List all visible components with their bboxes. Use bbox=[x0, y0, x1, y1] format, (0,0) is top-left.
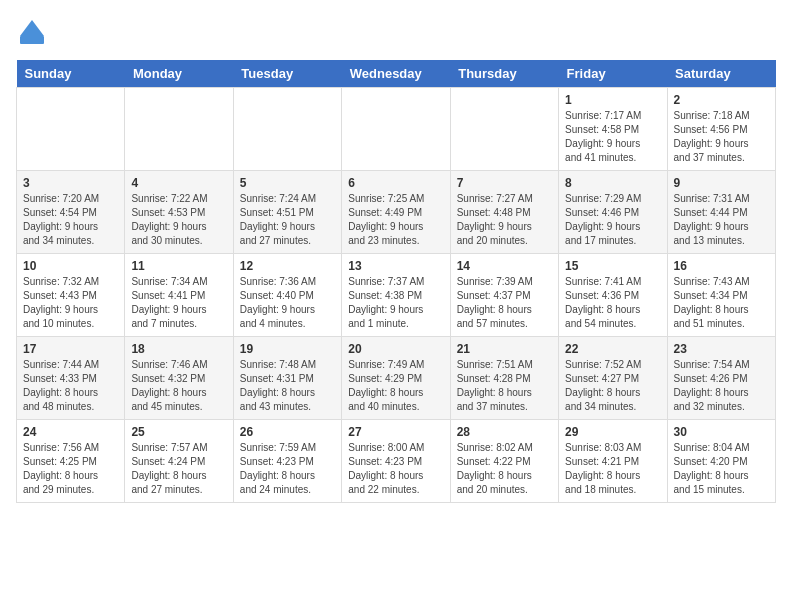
day-info: Sunrise: 7:37 AM Sunset: 4:38 PM Dayligh… bbox=[348, 275, 443, 331]
calendar-cell: 6Sunrise: 7:25 AM Sunset: 4:49 PM Daylig… bbox=[342, 171, 450, 254]
day-number: 28 bbox=[457, 425, 552, 439]
day-number: 12 bbox=[240, 259, 335, 273]
day-number: 25 bbox=[131, 425, 226, 439]
day-number: 29 bbox=[565, 425, 660, 439]
calendar-cell: 15Sunrise: 7:41 AM Sunset: 4:36 PM Dayli… bbox=[559, 254, 667, 337]
calendar-cell: 20Sunrise: 7:49 AM Sunset: 4:29 PM Dayli… bbox=[342, 337, 450, 420]
day-info: Sunrise: 7:48 AM Sunset: 4:31 PM Dayligh… bbox=[240, 358, 335, 414]
day-info: Sunrise: 8:00 AM Sunset: 4:23 PM Dayligh… bbox=[348, 441, 443, 497]
day-info: Sunrise: 7:25 AM Sunset: 4:49 PM Dayligh… bbox=[348, 192, 443, 248]
logo bbox=[16, 16, 52, 48]
day-info: Sunrise: 8:03 AM Sunset: 4:21 PM Dayligh… bbox=[565, 441, 660, 497]
day-info: Sunrise: 7:49 AM Sunset: 4:29 PM Dayligh… bbox=[348, 358, 443, 414]
calendar-cell: 19Sunrise: 7:48 AM Sunset: 4:31 PM Dayli… bbox=[233, 337, 341, 420]
day-number: 14 bbox=[457, 259, 552, 273]
calendar-cell: 10Sunrise: 7:32 AM Sunset: 4:43 PM Dayli… bbox=[17, 254, 125, 337]
calendar-cell: 9Sunrise: 7:31 AM Sunset: 4:44 PM Daylig… bbox=[667, 171, 775, 254]
day-info: Sunrise: 7:36 AM Sunset: 4:40 PM Dayligh… bbox=[240, 275, 335, 331]
day-number: 1 bbox=[565, 93, 660, 107]
day-info: Sunrise: 7:56 AM Sunset: 4:25 PM Dayligh… bbox=[23, 441, 118, 497]
day-number: 2 bbox=[674, 93, 769, 107]
svg-rect-1 bbox=[20, 36, 44, 44]
day-number: 7 bbox=[457, 176, 552, 190]
calendar-cell: 1Sunrise: 7:17 AM Sunset: 4:58 PM Daylig… bbox=[559, 88, 667, 171]
calendar-table: SundayMondayTuesdayWednesdayThursdayFrid… bbox=[16, 60, 776, 503]
calendar-cell: 24Sunrise: 7:56 AM Sunset: 4:25 PM Dayli… bbox=[17, 420, 125, 503]
weekday-header-saturday: Saturday bbox=[667, 60, 775, 88]
calendar-cell: 11Sunrise: 7:34 AM Sunset: 4:41 PM Dayli… bbox=[125, 254, 233, 337]
day-info: Sunrise: 7:41 AM Sunset: 4:36 PM Dayligh… bbox=[565, 275, 660, 331]
day-number: 5 bbox=[240, 176, 335, 190]
day-number: 16 bbox=[674, 259, 769, 273]
day-number: 22 bbox=[565, 342, 660, 356]
logo-icon bbox=[16, 16, 48, 48]
day-info: Sunrise: 7:24 AM Sunset: 4:51 PM Dayligh… bbox=[240, 192, 335, 248]
calendar-body: 1Sunrise: 7:17 AM Sunset: 4:58 PM Daylig… bbox=[17, 88, 776, 503]
page-header bbox=[16, 16, 776, 48]
day-number: 6 bbox=[348, 176, 443, 190]
day-info: Sunrise: 7:39 AM Sunset: 4:37 PM Dayligh… bbox=[457, 275, 552, 331]
calendar-cell: 28Sunrise: 8:02 AM Sunset: 4:22 PM Dayli… bbox=[450, 420, 558, 503]
day-number: 11 bbox=[131, 259, 226, 273]
calendar-cell: 4Sunrise: 7:22 AM Sunset: 4:53 PM Daylig… bbox=[125, 171, 233, 254]
calendar-cell: 7Sunrise: 7:27 AM Sunset: 4:48 PM Daylig… bbox=[450, 171, 558, 254]
day-number: 9 bbox=[674, 176, 769, 190]
day-info: Sunrise: 7:44 AM Sunset: 4:33 PM Dayligh… bbox=[23, 358, 118, 414]
calendar-cell: 13Sunrise: 7:37 AM Sunset: 4:38 PM Dayli… bbox=[342, 254, 450, 337]
day-number: 27 bbox=[348, 425, 443, 439]
day-info: Sunrise: 7:29 AM Sunset: 4:46 PM Dayligh… bbox=[565, 192, 660, 248]
day-number: 18 bbox=[131, 342, 226, 356]
day-info: Sunrise: 7:18 AM Sunset: 4:56 PM Dayligh… bbox=[674, 109, 769, 165]
calendar-cell bbox=[233, 88, 341, 171]
weekday-header-friday: Friday bbox=[559, 60, 667, 88]
day-number: 30 bbox=[674, 425, 769, 439]
calendar-cell: 30Sunrise: 8:04 AM Sunset: 4:20 PM Dayli… bbox=[667, 420, 775, 503]
calendar-cell bbox=[17, 88, 125, 171]
day-info: Sunrise: 7:27 AM Sunset: 4:48 PM Dayligh… bbox=[457, 192, 552, 248]
calendar-cell: 18Sunrise: 7:46 AM Sunset: 4:32 PM Dayli… bbox=[125, 337, 233, 420]
day-number: 13 bbox=[348, 259, 443, 273]
calendar-cell: 22Sunrise: 7:52 AM Sunset: 4:27 PM Dayli… bbox=[559, 337, 667, 420]
day-info: Sunrise: 7:31 AM Sunset: 4:44 PM Dayligh… bbox=[674, 192, 769, 248]
day-info: Sunrise: 7:17 AM Sunset: 4:58 PM Dayligh… bbox=[565, 109, 660, 165]
day-number: 19 bbox=[240, 342, 335, 356]
calendar-cell: 16Sunrise: 7:43 AM Sunset: 4:34 PM Dayli… bbox=[667, 254, 775, 337]
calendar-cell: 5Sunrise: 7:24 AM Sunset: 4:51 PM Daylig… bbox=[233, 171, 341, 254]
day-number: 24 bbox=[23, 425, 118, 439]
weekday-header-thursday: Thursday bbox=[450, 60, 558, 88]
day-info: Sunrise: 8:04 AM Sunset: 4:20 PM Dayligh… bbox=[674, 441, 769, 497]
calendar-cell bbox=[125, 88, 233, 171]
calendar-header: SundayMondayTuesdayWednesdayThursdayFrid… bbox=[17, 60, 776, 88]
day-info: Sunrise: 7:22 AM Sunset: 4:53 PM Dayligh… bbox=[131, 192, 226, 248]
weekday-header-wednesday: Wednesday bbox=[342, 60, 450, 88]
day-number: 23 bbox=[674, 342, 769, 356]
calendar-cell bbox=[450, 88, 558, 171]
day-info: Sunrise: 7:59 AM Sunset: 4:23 PM Dayligh… bbox=[240, 441, 335, 497]
day-info: Sunrise: 7:51 AM Sunset: 4:28 PM Dayligh… bbox=[457, 358, 552, 414]
day-number: 21 bbox=[457, 342, 552, 356]
weekday-header-sunday: Sunday bbox=[17, 60, 125, 88]
day-number: 17 bbox=[23, 342, 118, 356]
weekday-header-tuesday: Tuesday bbox=[233, 60, 341, 88]
day-info: Sunrise: 8:02 AM Sunset: 4:22 PM Dayligh… bbox=[457, 441, 552, 497]
day-info: Sunrise: 7:43 AM Sunset: 4:34 PM Dayligh… bbox=[674, 275, 769, 331]
day-number: 3 bbox=[23, 176, 118, 190]
day-info: Sunrise: 7:57 AM Sunset: 4:24 PM Dayligh… bbox=[131, 441, 226, 497]
day-number: 26 bbox=[240, 425, 335, 439]
calendar-cell: 26Sunrise: 7:59 AM Sunset: 4:23 PM Dayli… bbox=[233, 420, 341, 503]
calendar-cell: 12Sunrise: 7:36 AM Sunset: 4:40 PM Dayli… bbox=[233, 254, 341, 337]
calendar-cell: 29Sunrise: 8:03 AM Sunset: 4:21 PM Dayli… bbox=[559, 420, 667, 503]
day-info: Sunrise: 7:34 AM Sunset: 4:41 PM Dayligh… bbox=[131, 275, 226, 331]
day-info: Sunrise: 7:20 AM Sunset: 4:54 PM Dayligh… bbox=[23, 192, 118, 248]
svg-marker-0 bbox=[20, 20, 44, 36]
day-number: 20 bbox=[348, 342, 443, 356]
calendar-cell: 23Sunrise: 7:54 AM Sunset: 4:26 PM Dayli… bbox=[667, 337, 775, 420]
calendar-cell: 3Sunrise: 7:20 AM Sunset: 4:54 PM Daylig… bbox=[17, 171, 125, 254]
day-info: Sunrise: 7:32 AM Sunset: 4:43 PM Dayligh… bbox=[23, 275, 118, 331]
day-number: 15 bbox=[565, 259, 660, 273]
day-info: Sunrise: 7:52 AM Sunset: 4:27 PM Dayligh… bbox=[565, 358, 660, 414]
day-number: 8 bbox=[565, 176, 660, 190]
calendar-cell bbox=[342, 88, 450, 171]
calendar-cell: 21Sunrise: 7:51 AM Sunset: 4:28 PM Dayli… bbox=[450, 337, 558, 420]
weekday-header-monday: Monday bbox=[125, 60, 233, 88]
